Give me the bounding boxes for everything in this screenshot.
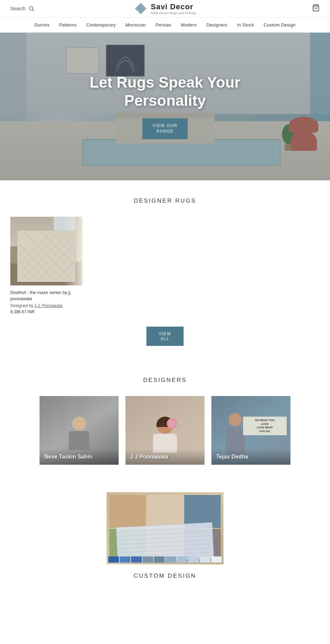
person-head-3 bbox=[229, 413, 242, 426]
designer-sign: DO WHAT YOULOVELOVE WHATYOU DO. bbox=[243, 417, 287, 435]
nav-item-designers[interactable]: Designers bbox=[206, 22, 227, 27]
nav-item-custom-design[interactable]: Custom Design bbox=[264, 22, 296, 27]
search-label: Search bbox=[10, 6, 25, 11]
person-head bbox=[72, 417, 86, 430]
main-nav: Durries Patterns Contemporary Moroccan P… bbox=[0, 18, 330, 33]
custom-swatch-1 bbox=[109, 495, 146, 528]
view-all-container: VIEWALL bbox=[10, 327, 320, 346]
product-name: Doolhof - the maze series by jj poonawal… bbox=[10, 290, 82, 302]
designer-name-overlay-1: Nese Taskin Sahin bbox=[40, 449, 119, 465]
hero-section: Let Rugs Speak Your Personality VIEW OUR… bbox=[0, 33, 330, 180]
designer-card-nese[interactable]: Nese Taskin Sahin bbox=[40, 396, 119, 465]
designer-person-1 bbox=[65, 417, 93, 451]
swatch-4 bbox=[143, 556, 153, 563]
designer-name-tejas: Tejas Dedha bbox=[216, 454, 286, 460]
custom-design-section: CUSTOM DESIGN bbox=[0, 478, 330, 586]
search-icon bbox=[28, 5, 34, 12]
product-rug-pattern bbox=[17, 230, 76, 282]
nav-item-modern[interactable]: Modern bbox=[181, 22, 197, 27]
custom-paper-lines bbox=[118, 524, 212, 561]
designer-sign-text: DO WHAT YOULOVELOVE WHATYOU DO. bbox=[255, 419, 275, 432]
view-all-button[interactable]: VIEWALL bbox=[146, 327, 184, 346]
swatch-10 bbox=[211, 556, 222, 563]
designer-name-overlay-2: J J Poonawala bbox=[125, 449, 205, 465]
nav-item-contemporary[interactable]: Contemporary bbox=[86, 22, 116, 27]
header: Search Savi Decor India Direct Rugs and … bbox=[0, 0, 330, 18]
swatch-8 bbox=[188, 556, 199, 563]
swatch-5 bbox=[154, 556, 165, 563]
designer-name-overlay-3: Tejas Dedha bbox=[211, 449, 290, 465]
custom-design-image[interactable] bbox=[107, 492, 223, 564]
designer-rugs-title: DESIGNER RUGS bbox=[10, 197, 320, 204]
logo-tagline: India Direct Rugs and Pricing bbox=[151, 11, 196, 15]
nav-item-durries[interactable]: Durries bbox=[34, 22, 50, 27]
swatch-9 bbox=[200, 556, 210, 563]
swatch-3 bbox=[131, 556, 142, 563]
product-image bbox=[10, 217, 82, 285]
designer-card-tejas[interactable]: DO WHAT YOULOVELOVE WHATYOU DO. Tejas De… bbox=[211, 396, 290, 465]
color-swatches-row bbox=[108, 556, 222, 563]
hero-view-range-button[interactable]: VIEW OURRANGE bbox=[142, 118, 188, 139]
logo-name: Savi Decor bbox=[151, 2, 196, 11]
swatch-1 bbox=[108, 556, 119, 563]
designer-name-nese: Nese Taskin Sahin bbox=[44, 454, 114, 460]
swatch-2 bbox=[120, 556, 130, 563]
nav-item-persian[interactable]: Persian bbox=[155, 22, 171, 27]
logo-icon bbox=[134, 2, 147, 15]
product-price: 9,386.67 INR bbox=[10, 309, 82, 314]
flowers bbox=[167, 418, 180, 434]
search-button[interactable]: Search bbox=[10, 5, 34, 12]
product-rug-lines bbox=[19, 233, 74, 280]
custom-design-title: CUSTOM DESIGN bbox=[10, 573, 320, 579]
designer-rugs-section: DESIGNER RUGS Doolhof - the maze series … bbox=[0, 180, 330, 360]
hero-content: Let Rugs Speak Your Personality VIEW OUR… bbox=[82, 74, 248, 139]
designers-section: DESIGNERS Nese Taskin Sahin bbox=[0, 360, 330, 478]
swatch-7 bbox=[177, 556, 187, 563]
logo[interactable]: Savi Decor India Direct Rugs and Pricing bbox=[134, 2, 196, 15]
nav-item-in-stock[interactable]: In Stock bbox=[237, 22, 254, 27]
nav-item-patterns[interactable]: Patterns bbox=[59, 22, 77, 27]
designers-title: DESIGNERS bbox=[10, 377, 320, 384]
person-body bbox=[69, 431, 89, 450]
custom-swatch-2 bbox=[147, 495, 183, 528]
product-card[interactable]: Doolhof - the maze series by jj poonawal… bbox=[10, 217, 82, 314]
cart-button[interactable] bbox=[312, 4, 320, 13]
svg-line-1 bbox=[33, 10, 34, 11]
product-designer: Designed by J.J. Poonawala bbox=[10, 303, 82, 308]
product-designer-link[interactable]: J.J. Poonawala bbox=[34, 303, 62, 308]
swatch-6 bbox=[165, 556, 176, 563]
designers-grid: Nese Taskin Sahin J J Poonawala bbox=[10, 396, 320, 465]
nav-item-moroccan[interactable]: Moroccan bbox=[125, 22, 146, 27]
flower-circle bbox=[167, 418, 177, 429]
designer-name-jj: J J Poonawala bbox=[130, 454, 200, 460]
cart-icon bbox=[312, 4, 320, 12]
hero-title: Let Rugs Speak Your Personality bbox=[82, 74, 248, 110]
logo-text-group: Savi Decor India Direct Rugs and Pricing bbox=[151, 2, 196, 15]
svg-point-0 bbox=[29, 7, 33, 10]
designer-card-jj[interactable]: J J Poonawala bbox=[125, 396, 205, 465]
product-grid: Doolhof - the maze series by jj poonawal… bbox=[10, 217, 320, 314]
product-designer-prefix: Designed by bbox=[10, 303, 33, 308]
product-rug-bg bbox=[10, 217, 82, 285]
